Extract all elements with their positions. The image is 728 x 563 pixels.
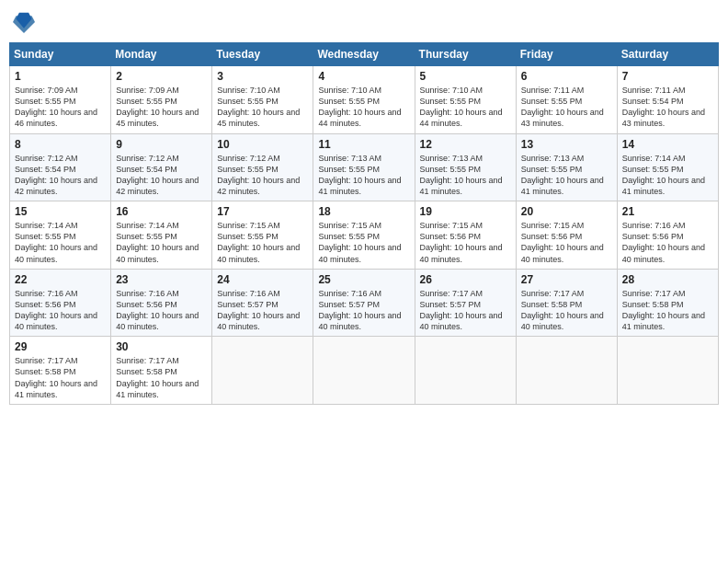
cell-content: Sunrise: 7:16 AM Sunset: 5:56 PM Dayligh…: [622, 220, 713, 265]
day-number: 29: [15, 340, 106, 353]
calendar-cell: 21 Sunrise: 7:16 AM Sunset: 5:56 PM Dayl…: [617, 201, 718, 270]
cell-content: Sunrise: 7:11 AM Sunset: 5:55 PM Dayligh…: [521, 85, 612, 130]
cell-content: Sunrise: 7:15 AM Sunset: 5:55 PM Dayligh…: [217, 220, 308, 265]
calendar-cell: 6 Sunrise: 7:11 AM Sunset: 5:55 PM Dayli…: [516, 66, 617, 134]
cell-content: Sunrise: 7:10 AM Sunset: 5:55 PM Dayligh…: [318, 85, 409, 130]
weekday-header: Tuesday: [212, 43, 313, 66]
day-number: 4: [318, 70, 409, 83]
calendar-cell: 20 Sunrise: 7:15 AM Sunset: 5:56 PM Dayl…: [516, 201, 617, 270]
cell-content: Sunrise: 7:17 AM Sunset: 5:57 PM Dayligh…: [420, 288, 511, 333]
calendar-cell: 5 Sunrise: 7:10 AM Sunset: 5:55 PM Dayli…: [415, 66, 516, 134]
cell-content: Sunrise: 7:15 AM Sunset: 5:56 PM Dayligh…: [521, 220, 612, 265]
calendar-cell: [415, 337, 516, 405]
day-number: 15: [15, 205, 106, 218]
calendar-cell: 26 Sunrise: 7:17 AM Sunset: 5:57 PM Dayl…: [415, 269, 516, 337]
cell-content: Sunrise: 7:13 AM Sunset: 5:55 PM Dayligh…: [521, 153, 612, 198]
calendar-cell: [212, 337, 313, 405]
day-number: 17: [217, 205, 308, 218]
logo-icon: [13, 9, 35, 35]
cell-content: Sunrise: 7:12 AM Sunset: 5:54 PM Dayligh…: [116, 153, 207, 198]
calendar-cell: 27 Sunrise: 7:17 AM Sunset: 5:58 PM Dayl…: [516, 269, 617, 337]
day-number: 13: [521, 138, 612, 151]
cell-content: Sunrise: 7:15 AM Sunset: 5:56 PM Dayligh…: [420, 220, 511, 265]
day-number: 26: [420, 273, 511, 286]
day-number: 2: [116, 70, 207, 83]
calendar-cell: 28 Sunrise: 7:17 AM Sunset: 5:58 PM Dayl…: [617, 269, 718, 337]
calendar-cell: 14 Sunrise: 7:14 AM Sunset: 5:55 PM Dayl…: [617, 133, 718, 201]
calendar-cell: 16 Sunrise: 7:14 AM Sunset: 5:55 PM Dayl…: [111, 201, 212, 270]
cell-content: Sunrise: 7:12 AM Sunset: 5:55 PM Dayligh…: [217, 153, 308, 198]
weekday-header: Thursday: [415, 43, 516, 66]
cell-content: Sunrise: 7:09 AM Sunset: 5:55 PM Dayligh…: [116, 85, 207, 130]
calendar-cell: 24 Sunrise: 7:16 AM Sunset: 5:57 PM Dayl…: [212, 269, 313, 337]
cell-content: Sunrise: 7:12 AM Sunset: 5:54 PM Dayligh…: [15, 153, 106, 198]
calendar-cell: 30 Sunrise: 7:17 AM Sunset: 5:58 PM Dayl…: [111, 337, 212, 405]
logo: [13, 9, 39, 35]
calendar-week-row: 29 Sunrise: 7:17 AM Sunset: 5:58 PM Dayl…: [10, 337, 719, 405]
calendar-week-row: 15 Sunrise: 7:14 AM Sunset: 5:55 PM Dayl…: [10, 201, 719, 270]
calendar-cell: 22 Sunrise: 7:16 AM Sunset: 5:56 PM Dayl…: [10, 269, 111, 337]
day-number: 3: [217, 70, 308, 83]
cell-content: Sunrise: 7:15 AM Sunset: 5:55 PM Dayligh…: [318, 220, 409, 265]
calendar-cell: 8 Sunrise: 7:12 AM Sunset: 5:54 PM Dayli…: [10, 133, 111, 201]
calendar-cell: 13 Sunrise: 7:13 AM Sunset: 5:55 PM Dayl…: [516, 133, 617, 201]
calendar-cell: [617, 337, 718, 405]
day-number: 7: [622, 70, 713, 83]
page-header: [9, 9, 719, 35]
calendar-cell: 17 Sunrise: 7:15 AM Sunset: 5:55 PM Dayl…: [212, 201, 313, 270]
calendar-cell: [516, 337, 617, 405]
day-number: 20: [521, 205, 612, 218]
weekday-header: Saturday: [617, 43, 718, 66]
cell-content: Sunrise: 7:11 AM Sunset: 5:54 PM Dayligh…: [622, 85, 713, 130]
day-number: 24: [217, 273, 308, 286]
day-number: 8: [15, 138, 106, 151]
cell-content: Sunrise: 7:10 AM Sunset: 5:55 PM Dayligh…: [420, 85, 511, 130]
calendar-cell: 10 Sunrise: 7:12 AM Sunset: 5:55 PM Dayl…: [212, 133, 313, 201]
calendar-week-row: 22 Sunrise: 7:16 AM Sunset: 5:56 PM Dayl…: [10, 269, 719, 337]
weekday-header: Friday: [516, 43, 617, 66]
day-number: 18: [318, 205, 409, 218]
cell-content: Sunrise: 7:16 AM Sunset: 5:56 PM Dayligh…: [116, 288, 207, 333]
weekday-header: Sunday: [10, 43, 111, 66]
calendar-cell: 2 Sunrise: 7:09 AM Sunset: 5:55 PM Dayli…: [111, 66, 212, 134]
day-number: 14: [622, 138, 713, 151]
cell-content: Sunrise: 7:09 AM Sunset: 5:55 PM Dayligh…: [15, 85, 106, 130]
day-number: 30: [116, 340, 207, 353]
cell-content: Sunrise: 7:16 AM Sunset: 5:57 PM Dayligh…: [318, 288, 409, 333]
cell-content: Sunrise: 7:10 AM Sunset: 5:55 PM Dayligh…: [217, 85, 308, 130]
day-number: 5: [420, 70, 511, 83]
cell-content: Sunrise: 7:16 AM Sunset: 5:57 PM Dayligh…: [217, 288, 308, 333]
day-number: 12: [420, 138, 511, 151]
cell-content: Sunrise: 7:14 AM Sunset: 5:55 PM Dayligh…: [622, 153, 713, 198]
day-number: 1: [15, 70, 106, 83]
cell-content: Sunrise: 7:17 AM Sunset: 5:58 PM Dayligh…: [116, 355, 207, 400]
calendar-cell: 23 Sunrise: 7:16 AM Sunset: 5:56 PM Dayl…: [111, 269, 212, 337]
weekday-header: Wednesday: [313, 43, 415, 66]
day-number: 23: [116, 273, 207, 286]
day-number: 9: [116, 138, 207, 151]
calendar-cell: 3 Sunrise: 7:10 AM Sunset: 5:55 PM Dayli…: [212, 66, 313, 134]
calendar-cell: 1 Sunrise: 7:09 AM Sunset: 5:55 PM Dayli…: [10, 66, 111, 134]
cell-content: Sunrise: 7:16 AM Sunset: 5:56 PM Dayligh…: [15, 288, 106, 333]
calendar-cell: 11 Sunrise: 7:13 AM Sunset: 5:55 PM Dayl…: [313, 133, 415, 201]
calendar-cell: 29 Sunrise: 7:17 AM Sunset: 5:58 PM Dayl…: [10, 337, 111, 405]
calendar-cell: 25 Sunrise: 7:16 AM Sunset: 5:57 PM Dayl…: [313, 269, 415, 337]
day-number: 19: [420, 205, 511, 218]
calendar-header-row: SundayMondayTuesdayWednesdayThursdayFrid…: [10, 43, 719, 66]
cell-content: Sunrise: 7:17 AM Sunset: 5:58 PM Dayligh…: [15, 355, 106, 400]
day-number: 11: [318, 138, 409, 151]
day-number: 27: [521, 273, 612, 286]
calendar-cell: 15 Sunrise: 7:14 AM Sunset: 5:55 PM Dayl…: [10, 201, 111, 270]
day-number: 10: [217, 138, 308, 151]
day-number: 21: [622, 205, 713, 218]
day-number: 16: [116, 205, 207, 218]
cell-content: Sunrise: 7:17 AM Sunset: 5:58 PM Dayligh…: [521, 288, 612, 333]
cell-content: Sunrise: 7:17 AM Sunset: 5:58 PM Dayligh…: [622, 288, 713, 333]
calendar: SundayMondayTuesdayWednesdayThursdayFrid…: [9, 42, 719, 405]
weekday-header: Monday: [111, 43, 212, 66]
calendar-cell: [313, 337, 415, 405]
calendar-week-row: 1 Sunrise: 7:09 AM Sunset: 5:55 PM Dayli…: [10, 66, 719, 134]
day-number: 25: [318, 273, 409, 286]
day-number: 6: [521, 70, 612, 83]
calendar-cell: 4 Sunrise: 7:10 AM Sunset: 5:55 PM Dayli…: [313, 66, 415, 134]
